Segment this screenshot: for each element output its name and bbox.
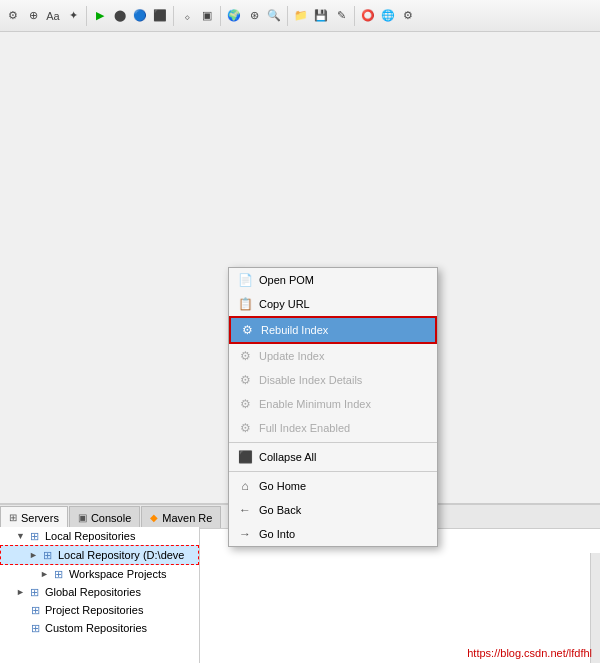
main-area: 📄 Open POM 📋 Copy URL ⚙ Rebuild Index ⚙ … — [0, 32, 600, 663]
menu-item-go-into[interactable]: → Go Into — [229, 522, 437, 546]
toolbar-icon-19[interactable]: ⚙ — [399, 7, 417, 25]
toolbar-icon-12[interactable]: ⊛ — [245, 7, 263, 25]
workspace-label: Workspace Projects — [69, 568, 167, 580]
global-repos-icon: ⊞ — [28, 585, 42, 599]
footer-link[interactable]: https://blog.csdn.net/lfdfhl — [467, 647, 592, 659]
repository-tree: ▼ ⊞ Local Repositories ► ⊞ Local Reposit… — [0, 527, 200, 663]
custom-repos-label: Custom Repositories — [45, 622, 147, 634]
toolbar-sep-5 — [354, 6, 355, 26]
toolbar-icon-17[interactable]: ⭕ — [359, 7, 377, 25]
tree-item-custom-repos[interactable]: ⊞ Custom Repositories — [0, 619, 199, 637]
toolbar-icon-10[interactable]: ▣ — [198, 7, 216, 25]
context-menu: 📄 Open POM 📋 Copy URL ⚙ Rebuild Index ⚙ … — [228, 267, 438, 547]
tab-servers[interactable]: ⊞ Servers — [0, 506, 68, 528]
menu-item-collapse-all[interactable]: ⬛ Collapse All — [229, 445, 437, 469]
tree-item-workspace[interactable]: ► ⊞ Workspace Projects — [0, 565, 199, 583]
maven-tab-icon: ◆ — [150, 512, 158, 523]
disable-index-details-icon: ⚙ — [237, 372, 253, 388]
toolbar-icon-9[interactable]: ⬦ — [178, 7, 196, 25]
local-repos-arrow: ▼ — [16, 531, 25, 541]
full-index-enabled-icon: ⚙ — [237, 420, 253, 436]
tree-item-local-repos[interactable]: ▼ ⊞ Local Repositories — [0, 527, 199, 545]
servers-tab-label: Servers — [21, 512, 59, 524]
toolbar-icon-3[interactable]: Aa — [44, 7, 62, 25]
console-tab-label: Console — [91, 512, 131, 524]
copy-url-label: Copy URL — [259, 298, 310, 310]
menu-item-disable-index-details[interactable]: ⚙ Disable Index Details — [229, 368, 437, 392]
toolbar-sep-3 — [220, 6, 221, 26]
toolbar-icon-15[interactable]: 💾 — [312, 7, 330, 25]
menu-separator-1 — [229, 442, 437, 443]
toolbar-icon-11[interactable]: 🌍 — [225, 7, 243, 25]
toolbar-icon-7[interactable]: 🔵 — [131, 7, 149, 25]
local-repo-label: Local Repository (D:\deve — [58, 549, 185, 561]
go-back-label: Go Back — [259, 504, 301, 516]
go-into-icon: → — [237, 526, 253, 542]
enable-minimum-index-label: Enable Minimum Index — [259, 398, 371, 410]
workspace-icon: ⊞ — [52, 567, 66, 581]
toolbar-icon-13[interactable]: 🔍 — [265, 7, 283, 25]
menu-item-update-index[interactable]: ⚙ Update Index — [229, 344, 437, 368]
project-repos-icon: ⊞ — [28, 603, 42, 617]
menu-item-go-back[interactable]: ← Go Back — [229, 498, 437, 522]
toolbar-icon-5[interactable]: ▶ — [91, 7, 109, 25]
update-index-label: Update Index — [259, 350, 324, 362]
menu-item-go-home[interactable]: ⌂ Go Home — [229, 474, 437, 498]
rebuild-index-label: Rebuild Index — [261, 324, 328, 336]
menu-item-full-index-enabled[interactable]: ⚙ Full Index Enabled — [229, 416, 437, 440]
local-repo-icon: ⊞ — [41, 548, 55, 562]
custom-repos-icon: ⊞ — [28, 621, 42, 635]
tree-item-local-repo[interactable]: ► ⊞ Local Repository (D:\deve — [0, 545, 199, 565]
toolbar-icon-2[interactable]: ⊕ — [24, 7, 42, 25]
workspace-arrow: ► — [40, 569, 49, 579]
global-repos-arrow: ► — [16, 587, 25, 597]
main-toolbar: ⚙ ⊕ Aa ✦ ▶ ⬤ 🔵 ⬛ ⬦ ▣ 🌍 ⊛ 🔍 📁 💾 ✎ ⭕ 🌐 ⚙ — [0, 0, 600, 32]
go-home-icon: ⌂ — [237, 478, 253, 494]
collapse-all-label: Collapse All — [259, 451, 316, 463]
open-pom-label: Open POM — [259, 274, 314, 286]
go-into-label: Go Into — [259, 528, 295, 540]
menu-separator-2 — [229, 471, 437, 472]
tab-maven[interactable]: ◆ Maven Re — [141, 506, 221, 528]
go-home-label: Go Home — [259, 480, 306, 492]
toolbar-icon-8[interactable]: ⬛ — [151, 7, 169, 25]
toolbar-icon-6[interactable]: ⬤ — [111, 7, 129, 25]
copy-url-icon: 📋 — [237, 296, 253, 312]
project-repos-label: Project Repositories — [45, 604, 143, 616]
toolbar-icon-18[interactable]: 🌐 — [379, 7, 397, 25]
enable-minimum-index-icon: ⚙ — [237, 396, 253, 412]
local-repos-icon: ⊞ — [28, 529, 42, 543]
toolbar-icon-4[interactable]: ✦ — [64, 7, 82, 25]
tree-item-project-repos[interactable]: ⊞ Project Repositories — [0, 601, 199, 619]
local-repo-arrow: ► — [29, 550, 38, 560]
console-tab-icon: ▣ — [78, 512, 87, 523]
go-back-icon: ← — [237, 502, 253, 518]
tree-item-global-repos[interactable]: ► ⊞ Global Repositories — [0, 583, 199, 601]
menu-item-copy-url[interactable]: 📋 Copy URL — [229, 292, 437, 316]
menu-item-enable-minimum-index[interactable]: ⚙ Enable Minimum Index — [229, 392, 437, 416]
full-index-enabled-label: Full Index Enabled — [259, 422, 350, 434]
global-repos-label: Global Repositories — [45, 586, 141, 598]
collapse-all-icon: ⬛ — [237, 449, 253, 465]
update-index-icon: ⚙ — [237, 348, 253, 364]
toolbar-sep-2 — [173, 6, 174, 26]
menu-item-open-pom[interactable]: 📄 Open POM — [229, 268, 437, 292]
toolbar-icon-16[interactable]: ✎ — [332, 7, 350, 25]
toolbar-icon-1[interactable]: ⚙ — [4, 7, 22, 25]
toolbar-sep-4 — [287, 6, 288, 26]
disable-index-details-label: Disable Index Details — [259, 374, 362, 386]
toolbar-icon-14[interactable]: 📁 — [292, 7, 310, 25]
servers-tab-icon: ⊞ — [9, 512, 17, 523]
menu-item-rebuild-index[interactable]: ⚙ Rebuild Index — [229, 316, 437, 344]
local-repos-label: Local Repositories — [45, 530, 136, 542]
toolbar-sep-1 — [86, 6, 87, 26]
maven-tab-label: Maven Re — [162, 512, 212, 524]
maven-panel — [200, 529, 600, 663]
open-pom-icon: 📄 — [237, 272, 253, 288]
tab-console[interactable]: ▣ Console — [69, 506, 140, 528]
rebuild-index-icon: ⚙ — [239, 322, 255, 338]
